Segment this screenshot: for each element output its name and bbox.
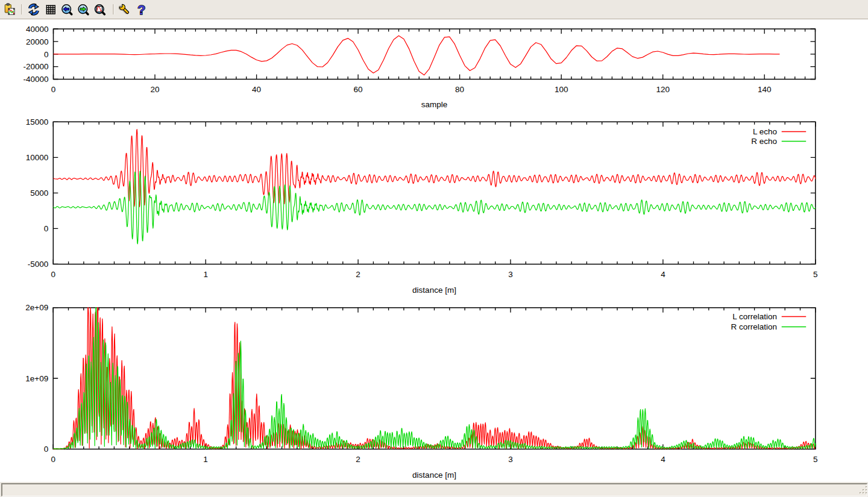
svg-text:100: 100	[555, 85, 568, 94]
svg-text:2: 2	[356, 270, 360, 279]
svg-text:1e+09: 1e+09	[25, 374, 48, 383]
svg-text:distance [m]: distance [m]	[412, 286, 456, 295]
svg-text:0: 0	[51, 455, 55, 464]
svg-text:1: 1	[203, 270, 208, 279]
svg-text:20: 20	[150, 85, 159, 94]
svg-text:-20000: -20000	[23, 62, 48, 71]
svg-text:10000: 10000	[26, 153, 49, 162]
svg-text:-5000: -5000	[28, 260, 49, 269]
svg-text:4: 4	[661, 455, 665, 464]
svg-text:4: 4	[661, 270, 665, 279]
svg-text:3: 3	[508, 270, 513, 279]
svg-text:L echo: L echo	[753, 127, 777, 136]
svg-text:5: 5	[813, 455, 818, 464]
svg-text:distance [m]: distance [m]	[412, 470, 456, 480]
svg-text:140: 140	[758, 85, 772, 94]
svg-text:sample: sample	[421, 100, 448, 109]
svg-text:1: 1	[203, 455, 208, 464]
svg-text:0: 0	[44, 50, 49, 59]
svg-text:3: 3	[508, 455, 513, 464]
svg-text:-40000: -40000	[23, 75, 48, 84]
svg-text:40: 40	[252, 85, 261, 94]
svg-text:R echo: R echo	[751, 137, 777, 146]
svg-text:5: 5	[813, 270, 818, 279]
svg-text:L correlation: L correlation	[732, 312, 777, 321]
svg-text:120: 120	[656, 85, 670, 94]
svg-text:15000: 15000	[26, 117, 49, 127]
svg-text:60: 60	[354, 85, 363, 94]
svg-text:R correlation: R correlation	[731, 322, 777, 331]
svg-text:0: 0	[51, 270, 56, 279]
svg-text:?: ?	[137, 2, 145, 17]
svg-text:0: 0	[51, 85, 56, 94]
svg-text:0: 0	[44, 224, 49, 233]
svg-text:2e+09: 2e+09	[25, 303, 48, 312]
svg-text:80: 80	[455, 85, 464, 94]
svg-text:5000: 5000	[30, 189, 48, 198]
svg-text:0: 0	[44, 445, 49, 454]
svg-text:2: 2	[356, 455, 360, 464]
svg-text:40000: 40000	[26, 25, 49, 34]
svg-text:20000: 20000	[26, 37, 49, 46]
